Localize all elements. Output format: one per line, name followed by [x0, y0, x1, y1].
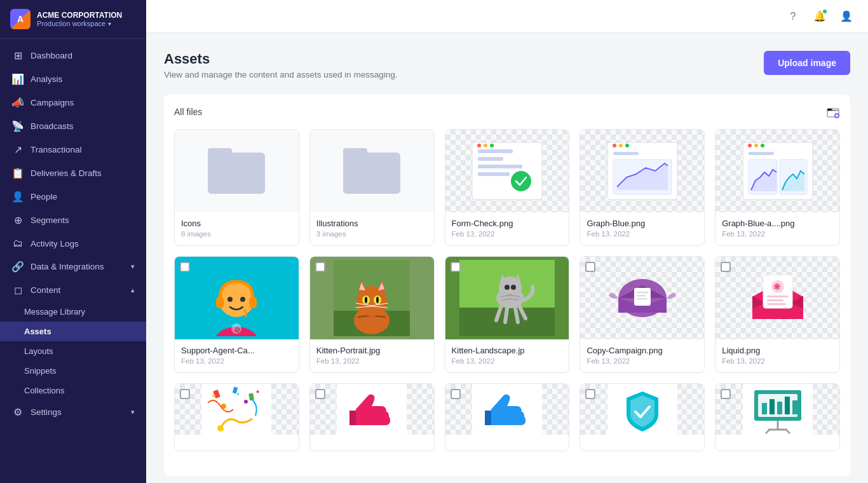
- sidebar-item-broadcasts[interactable]: 📡 Broadcasts: [0, 114, 146, 138]
- collections-label: Collections: [24, 386, 65, 395]
- card-checkbox[interactable]: [451, 389, 461, 399]
- upload-image-button[interactable]: Upload image: [764, 51, 850, 75]
- svg-point-82: [244, 400, 248, 404]
- people-icon: 👤: [11, 191, 24, 203]
- svg-text:@: @: [234, 327, 240, 333]
- sidebar-nav: ⊞ Dashboard 📊 Analysis 📣 Campaigns 📡 Bro…: [0, 39, 146, 483]
- notification-badge: [822, 9, 827, 14]
- svg-rect-6: [478, 172, 510, 176]
- assets-grid: Icons 8 images Illustrations 3 image: [174, 129, 840, 451]
- asset-card-form-check[interactable]: Form-Check.png Feb 13, 2022: [445, 129, 570, 246]
- asset-card-presentation[interactable]: [715, 383, 840, 451]
- new-folder-button[interactable]: [826, 105, 840, 119]
- profile-button[interactable]: 👤: [837, 8, 855, 25]
- asset-card-graph-blue-a[interactable]: Graph-Blue-a....png Feb 13, 2022: [715, 129, 840, 246]
- sidebar-item-deliveries[interactable]: 📋 Deliveries & Drafts: [0, 161, 146, 185]
- sidebar-item-activity-logs[interactable]: 🗂 Activity Logs: [0, 232, 146, 255]
- card-checkbox[interactable]: [315, 262, 325, 272]
- svg-point-7: [511, 171, 531, 191]
- sidebar-item-collections[interactable]: Collections: [0, 381, 146, 400]
- svg-rect-3: [478, 149, 513, 153]
- broadcasts-icon: 📡: [11, 120, 24, 132]
- thumbs-up-blue-thumb: [472, 384, 542, 435]
- asset-name: Icons: [181, 219, 292, 228]
- asset-card-icons-folder[interactable]: Icons 8 images: [174, 129, 299, 246]
- svg-point-83: [217, 425, 224, 432]
- sidebar-item-data-integrations[interactable]: 🔗 Data & Integrations ▾: [0, 255, 146, 278]
- sidebar-item-transactional[interactable]: ↗ Transactional: [0, 138, 146, 161]
- svg-rect-76: [767, 303, 786, 305]
- svg-point-10: [490, 144, 494, 147]
- sidebar-item-assets[interactable]: Assets: [0, 322, 146, 341]
- asset-thumb: [580, 130, 704, 212]
- svg-line-63: [505, 308, 507, 322]
- sidebar-item-campaigns[interactable]: 📣 Campaigns: [0, 91, 146, 114]
- data-integrations-icon: 🔗: [11, 261, 24, 273]
- svg-point-21: [761, 144, 764, 147]
- campaigns-icon: 📣: [11, 97, 24, 109]
- asset-card-illustrations-folder[interactable]: Illustrations 3 images: [309, 129, 435, 246]
- sidebar-item-label: Data & Integrations: [31, 262, 104, 271]
- chevron-down-icon: ▾: [131, 408, 135, 416]
- sidebar-item-content[interactable]: ◻ Content ▴: [0, 278, 146, 302]
- asset-card-thumbs-up-pink[interactable]: [309, 383, 435, 451]
- layouts-label: Layouts: [24, 346, 53, 356]
- asset-info: Support-Agent-Ca... Feb 13, 2022: [175, 339, 299, 372]
- asset-name: Illustrations: [316, 219, 428, 228]
- card-checkbox[interactable]: [315, 389, 325, 399]
- asset-thumb: [580, 257, 704, 339]
- presentation-thumb: [743, 384, 813, 435]
- sidebar-item-people[interactable]: 👤 People: [0, 185, 146, 208]
- sidebar-item-settings[interactable]: ⚙ Settings ▾: [0, 400, 146, 424]
- all-files-label: All files: [174, 107, 202, 117]
- card-checkbox[interactable]: [721, 262, 731, 272]
- svg-point-33: [240, 297, 245, 302]
- asset-info: [310, 435, 434, 451]
- asset-thumb: [580, 384, 704, 435]
- activity-logs-icon: 🗂: [11, 238, 24, 249]
- folder-icon: [343, 148, 400, 194]
- asset-card-kitten-landscape[interactable]: Kitten-Landscape.jp Feb 13, 2022: [445, 256, 570, 373]
- card-checkbox[interactable]: [585, 262, 595, 272]
- asset-card-celebration[interactable]: ★ ★ ★: [174, 383, 299, 451]
- svg-point-9: [484, 144, 487, 147]
- card-checkbox[interactable]: [451, 262, 461, 272]
- sidebar-item-layouts[interactable]: Layouts: [0, 341, 146, 361]
- sidebar-item-snippets[interactable]: Snippets: [0, 361, 146, 381]
- dashboard-icon: ⊞: [11, 50, 24, 62]
- help-button[interactable]: ?: [784, 8, 802, 25]
- sidebar-item-segments[interactable]: ⊕ Segments: [0, 208, 146, 232]
- asset-card-liquid[interactable]: ❋ Liquid.png Feb 13, 2022: [715, 256, 840, 373]
- asset-card-support-agent[interactable]: @ Support-Agent-Ca... Feb 13, 2022: [174, 256, 299, 373]
- page-header: Assets View and manage the content and a…: [164, 51, 850, 79]
- files-panel: All files: [164, 95, 850, 476]
- asset-info: Copy-Campaign.png Feb 13, 2022: [580, 339, 704, 372]
- asset-info: Graph-Blue-a....png Feb 13, 2022: [715, 212, 839, 245]
- sidebar-item-message-library[interactable]: Message Library: [0, 302, 146, 322]
- asset-card-shield[interactable]: [580, 383, 705, 451]
- asset-thumb: ★ ★ ★: [175, 384, 299, 435]
- asset-thumb: [310, 384, 434, 435]
- asset-card-thumbs-up-blue[interactable]: [445, 383, 570, 451]
- asset-card-graph-blue[interactable]: Graph-Blue.png Feb 13, 2022: [580, 129, 705, 246]
- asset-meta: Feb 13, 2022: [452, 357, 563, 365]
- card-checkbox[interactable]: [180, 389, 190, 399]
- asset-thumb: [715, 130, 839, 212]
- workspace-name[interactable]: Production workspace ▾: [37, 20, 122, 27]
- svg-text:★: ★: [211, 392, 217, 399]
- chevron-down-icon: ▾: [131, 262, 135, 271]
- notifications-button[interactable]: 🔔: [811, 8, 829, 25]
- asset-card-copy-campaign[interactable]: Copy-Campaign.png Feb 13, 2022: [580, 256, 705, 373]
- sidebar-item-label: Dashboard: [31, 51, 72, 60]
- sidebar-item-dashboard[interactable]: ⊞ Dashboard: [0, 44, 146, 67]
- card-checkbox[interactable]: [585, 389, 595, 399]
- svg-rect-68: [637, 292, 648, 294]
- asset-card-kitten-portrait[interactable]: Kitten-Portrait.jpg Feb 13, 2022: [309, 256, 435, 373]
- sidebar-item-analysis[interactable]: 📊 Analysis: [0, 67, 146, 91]
- svg-rect-93: [762, 403, 767, 414]
- svg-rect-96: [785, 397, 790, 414]
- svg-point-13: [619, 144, 623, 147]
- liquid-thumb: ❋: [743, 265, 813, 332]
- card-checkbox[interactable]: [721, 389, 731, 399]
- card-checkbox[interactable]: [180, 262, 190, 272]
